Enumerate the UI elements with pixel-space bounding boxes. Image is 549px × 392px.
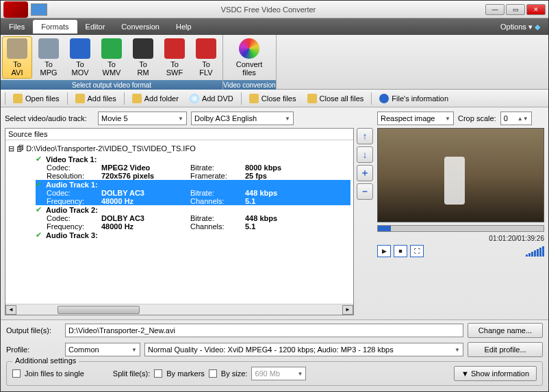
convert-files-button[interactable]: Convert files xyxy=(225,36,274,79)
edit-profile-button[interactable]: Edit profile... xyxy=(468,342,543,357)
by-size-checkbox[interactable] xyxy=(209,369,217,378)
track-item[interactable]: ✔Audio Track 2:Codec:DOLBY AC3Bitrate:44… xyxy=(36,205,350,231)
tab-editor[interactable]: Editor xyxy=(77,20,114,34)
ribbon-group-label-formats: Select output video format xyxy=(1,80,222,90)
format-mpg-button[interactable]: To MPG xyxy=(34,36,64,79)
maximize-button[interactable]: ▭ xyxy=(506,4,525,15)
source-files-header: Source files xyxy=(5,129,353,140)
profile-common-combo[interactable]: Common▼ xyxy=(65,343,140,356)
join-files-checkbox[interactable] xyxy=(12,369,21,378)
add-files-button[interactable]: Add files xyxy=(71,92,121,105)
move-up-button[interactable]: ↑ xyxy=(357,128,373,144)
additional-settings-legend: Additional settings xyxy=(12,356,79,365)
seek-bar[interactable] xyxy=(377,225,544,232)
audio-track-combo[interactable]: Dolby AC3 English▼ xyxy=(191,112,294,125)
app-icon xyxy=(3,1,28,18)
dvd-icon xyxy=(190,94,199,103)
profile-quality-combo[interactable]: Normal Quality - Video: XviD MPEG4 - 120… xyxy=(144,343,463,356)
reaspect-combo[interactable]: Reaspect image▼ xyxy=(377,112,454,125)
video-preview xyxy=(377,128,544,222)
quick-access-dropdown[interactable] xyxy=(31,3,47,16)
output-path-field[interactable]: D:\Video\Transporter-2_New.avi xyxy=(65,324,463,337)
folder-close-icon xyxy=(249,94,259,103)
tab-files[interactable]: Files xyxy=(1,20,33,34)
titlebar: VSDC Free Video Converter — ▭ ✕ xyxy=(1,1,548,18)
toolbar: Open files Add files Add folder Add DVD … xyxy=(1,90,548,107)
format-mov-button[interactable]: To MOV xyxy=(65,36,95,79)
select-track-label: Select video/audio track: xyxy=(5,114,94,122)
menubar: Files Formats Editor Conversion Help Opt… xyxy=(1,18,548,35)
time-display: 01:01:20/01:39:26 xyxy=(377,235,544,242)
folder-open-icon xyxy=(13,94,23,103)
close-files-button[interactable]: Close files xyxy=(244,92,301,105)
open-files-button[interactable]: Open files xyxy=(8,92,64,105)
split-files-label: Split file(s): xyxy=(113,369,150,378)
ribbon-group-label-convert: Video conversion xyxy=(223,80,276,90)
source-file-path[interactable]: ⊟ 🗐 D:\Video\Transporter-2\VIDEO_TS\VIDE… xyxy=(8,143,350,155)
play-button[interactable]: ▶ xyxy=(377,245,391,257)
profile-label: Profile: xyxy=(6,345,61,354)
track-item[interactable]: ✔Audio Track 3: xyxy=(36,231,350,239)
app-window: VSDC Free Video Converter — ▭ ✕ Files Fo… xyxy=(0,0,549,392)
horizontal-scrollbar[interactable]: ◄► xyxy=(5,304,353,315)
folder-add-icon xyxy=(75,94,85,103)
ribbon: To AVITo MPGTo MOVTo WMVTo RMTo SWFTo FL… xyxy=(1,35,548,90)
show-information-button[interactable]: ▼ Show information xyxy=(454,366,537,381)
by-markers-label: By markers xyxy=(166,369,205,378)
format-mov-icon xyxy=(70,38,90,59)
tab-conversion[interactable]: Conversion xyxy=(113,20,168,34)
change-name-button[interactable]: Change name... xyxy=(468,323,543,338)
format-flv-icon xyxy=(196,38,216,59)
file-information-button[interactable]: File's information xyxy=(374,92,453,105)
format-swf-icon xyxy=(164,38,185,59)
remove-track-button[interactable]: － xyxy=(357,183,373,200)
folder-close-all-icon xyxy=(307,94,317,103)
window-title: VSDC Free Video Converter xyxy=(51,5,485,14)
format-avi-icon xyxy=(7,38,27,59)
format-swf-button[interactable]: To SWF xyxy=(159,36,190,79)
output-files-label: Output file(s): xyxy=(6,326,61,335)
join-files-label: Join files to single xyxy=(25,369,84,378)
source-files-box: Source files ⊟ 🗐 D:\Video\Transporter-2\… xyxy=(5,128,354,315)
source-files-tree[interactable]: ⊟ 🗐 D:\Video\Transporter-2\VIDEO_TS\VIDE… xyxy=(5,140,353,304)
track-item[interactable]: ✔Video Track 1:Codec:MPEG2 VideoBitrate:… xyxy=(36,155,350,180)
folder-icon xyxy=(132,94,142,103)
split-size-combo[interactable]: 690 Mb▼ xyxy=(251,367,306,380)
format-flv-button[interactable]: To FLV xyxy=(191,36,221,79)
movie-combo[interactable]: Movie 5▼ xyxy=(98,112,187,125)
crop-scale-label: Crop scale: xyxy=(458,114,496,122)
close-button[interactable]: ✕ xyxy=(526,4,546,15)
add-dvd-button[interactable]: Add DVD xyxy=(185,92,238,105)
additional-settings-group: Additional settings Join files to single… xyxy=(6,361,543,386)
format-mpg-icon xyxy=(38,38,59,59)
convert-icon xyxy=(239,38,259,59)
format-rm-button[interactable]: To RM xyxy=(128,36,158,79)
tab-help[interactable]: Help xyxy=(168,20,200,34)
tab-formats[interactable]: Formats xyxy=(33,20,77,34)
close-all-files-button[interactable]: Close all files xyxy=(303,92,369,105)
by-markers-checkbox[interactable] xyxy=(154,369,162,378)
format-wmv-icon xyxy=(101,38,122,59)
format-wmv-button[interactable]: To WMV xyxy=(97,36,127,79)
add-track-button[interactable]: ＋ xyxy=(357,165,373,181)
move-down-button[interactable]: ↓ xyxy=(357,146,373,163)
volume-indicator[interactable] xyxy=(526,246,544,257)
by-size-label: By size: xyxy=(221,369,248,378)
minimize-button[interactable]: — xyxy=(485,4,505,15)
fullscreen-button[interactable]: ⛶ xyxy=(410,245,424,257)
crop-scale-spinner[interactable]: 0▲▼ xyxy=(500,112,532,125)
info-icon xyxy=(379,94,389,103)
options-menu[interactable]: Options ▾ ◆ xyxy=(492,20,548,34)
add-folder-button[interactable]: Add folder xyxy=(127,92,183,105)
stop-button[interactable]: ■ xyxy=(394,245,407,257)
format-avi-button[interactable]: To AVI xyxy=(2,36,32,79)
format-rm-icon xyxy=(133,38,153,59)
track-item[interactable]: ✔Audio Track 1:Codec:DOLBY AC3Bitrate:44… xyxy=(36,180,350,205)
